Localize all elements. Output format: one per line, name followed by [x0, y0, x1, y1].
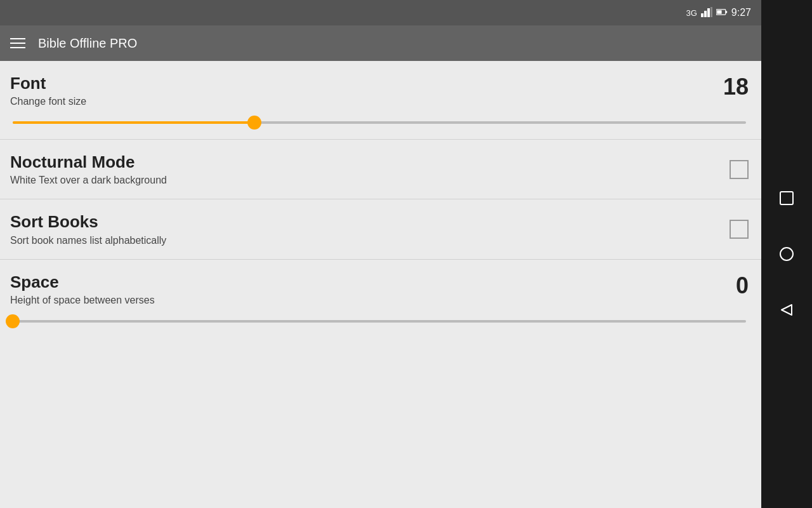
svg-marker-2	[707, 8, 710, 17]
signal-icon	[701, 7, 712, 19]
network-label: 3G	[686, 8, 697, 18]
font-title: Font	[10, 74, 710, 93]
recent-apps-button[interactable]	[778, 189, 796, 207]
svg-rect-6	[717, 10, 721, 14]
space-title: Space	[10, 272, 710, 292]
svg-marker-9	[782, 305, 792, 315]
navigation-bar	[761, 0, 812, 508]
sort-books-description: Sort book names list alphabetically	[10, 235, 730, 246]
font-slider-container	[10, 114, 749, 124]
space-value: 0	[710, 272, 749, 299]
nocturnal-mode-setting-row: Nocturnal Mode White Text over a dark ba…	[0, 140, 761, 199]
svg-marker-1	[704, 11, 707, 17]
space-description: Height of space between verses	[10, 295, 710, 306]
status-bar: 3G 9:27	[0, 0, 761, 25]
space-setting-row: Space Height of space between verses 0	[0, 260, 761, 333]
space-slider-container	[10, 312, 749, 323]
sort-books-title: Sort Books	[10, 212, 730, 232]
nocturnal-mode-description: White Text over a dark background	[10, 175, 730, 186]
nocturnal-mode-checkbox[interactable]	[730, 160, 749, 179]
svg-rect-7	[780, 192, 793, 204]
settings-content: Font Change font size 18 Nocturnal Mode …	[0, 61, 761, 508]
time-display: 9:27	[731, 7, 751, 18]
font-value: 18	[710, 74, 749, 100]
svg-rect-5	[726, 11, 727, 13]
app-title: Bible Offline PRO	[38, 36, 137, 51]
sort-books-setting-row: Sort Books Sort book names list alphabet…	[0, 199, 761, 259]
back-button[interactable]	[778, 301, 796, 319]
hamburger-menu-button[interactable]	[10, 38, 25, 48]
font-slider-fill	[13, 121, 254, 124]
nocturnal-mode-title: Nocturnal Mode	[10, 152, 730, 172]
svg-marker-3	[710, 7, 712, 17]
font-slider-track	[13, 121, 746, 124]
font-description: Change font size	[10, 96, 710, 107]
toolbar: Bible Offline PRO	[0, 25, 761, 61]
svg-marker-0	[701, 13, 704, 17]
font-setting-row: Font Change font size 18	[0, 61, 761, 140]
battery-icon	[716, 8, 728, 18]
font-slider-thumb[interactable]	[247, 116, 261, 130]
svg-point-8	[780, 248, 793, 260]
sort-books-checkbox[interactable]	[730, 220, 749, 239]
space-slider-track	[13, 320, 746, 323]
space-slider-thumb[interactable]	[6, 314, 20, 328]
home-button[interactable]	[778, 245, 796, 263]
